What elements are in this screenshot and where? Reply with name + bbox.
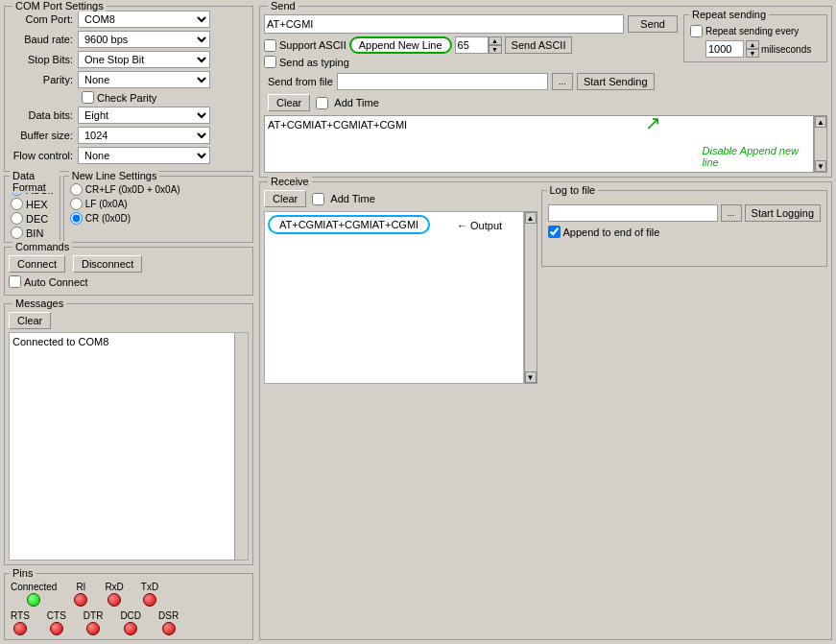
lf-radio[interactable]: [70, 198, 83, 210]
connect-button[interactable]: Connect: [9, 255, 65, 273]
new-line-settings-title: New Line Settings: [69, 170, 160, 181]
crlf-radio[interactable]: [70, 183, 83, 196]
check-parity-checkbox[interactable]: [82, 91, 94, 104]
check-parity-label: Check Parity: [97, 92, 156, 104]
commands-title: Commands: [12, 241, 72, 252]
pin-txd-led: [143, 593, 156, 607]
dec-radio[interactable]: [11, 212, 23, 225]
pin-rts-label: RTS: [11, 610, 30, 621]
send-scroll-down[interactable]: ▼: [815, 160, 826, 172]
data-bits-label: Data bits:: [9, 109, 78, 121]
pin-dsr-label: DSR: [158, 610, 179, 621]
send-title: Send: [268, 0, 299, 12]
buffer-size-select[interactable]: 1024: [78, 127, 210, 144]
pin-txd-label: TxD: [141, 582, 158, 592]
auto-connect-label: Auto Connect: [24, 276, 88, 288]
ascii-value-down[interactable]: ▼: [489, 45, 502, 54]
send-from-file-label: Send from file: [268, 76, 333, 87]
lf-label: LF (0x0A): [85, 199, 128, 209]
pin-cts-label: CTS: [47, 610, 66, 621]
pin-ri-led: [74, 593, 87, 607]
receive-add-time-label: Add Time: [330, 193, 374, 204]
send-scrollbar[interactable]: ▲ ▼: [814, 115, 827, 173]
repeat-sending-checkbox[interactable]: [690, 25, 703, 37]
pin-ri-label: RI: [76, 582, 85, 592]
append-to-end-label: Append to end of file: [563, 227, 660, 238]
repeat-sending-label: Repeat sending every: [705, 26, 799, 36]
parity-label: Parity:: [9, 74, 78, 85]
buffer-size-label: Buffer size:: [9, 130, 78, 141]
pin-connected-led: [27, 593, 40, 607]
send-input[interactable]: [264, 14, 624, 34]
support-ascii-label: Support ASCII: [279, 39, 346, 51]
com-port-label: Com Port:: [9, 13, 78, 25]
baud-rate-select[interactable]: 9600 bps: [78, 31, 210, 48]
messages-scrollbar[interactable]: [234, 333, 248, 560]
send-ascii-button[interactable]: Send ASCII: [505, 36, 573, 54]
receive-scroll-up[interactable]: ▲: [525, 212, 537, 224]
cr-radio[interactable]: [70, 212, 83, 225]
send-as-typing-checkbox[interactable]: [264, 56, 276, 68]
repeat-sending-title: Repeat sending: [689, 9, 769, 20]
receive-scrollbar[interactable]: ▲ ▼: [524, 211, 537, 384]
pin-connected-label: Connected: [11, 582, 57, 592]
receive-clear-button[interactable]: Clear: [264, 190, 306, 207]
hex-radio[interactable]: [11, 198, 23, 210]
append-to-end-checkbox[interactable]: [548, 226, 561, 238]
flow-control-label: Flow control:: [9, 150, 78, 161]
support-ascii-checkbox[interactable]: [264, 39, 276, 52]
log-file-input[interactable]: [548, 204, 718, 222]
pins-title: Pins: [10, 567, 36, 579]
send-add-time-checkbox[interactable]: [316, 97, 328, 109]
messages-clear-button[interactable]: Clear: [9, 312, 51, 329]
ascii-value-input[interactable]: [455, 36, 489, 54]
receive-add-time-checkbox[interactable]: [312, 193, 324, 205]
pin-dcd-label: DCD: [120, 610, 141, 621]
bin-radio[interactable]: [11, 227, 23, 239]
log-file-browse-button[interactable]: ...: [721, 204, 742, 222]
pin-rxd-led: [107, 593, 121, 607]
start-sending-button[interactable]: Start Sending: [577, 73, 655, 90]
send-scroll-up[interactable]: ▲: [815, 116, 826, 128]
com-port-select[interactable]: COM8: [78, 11, 210, 28]
pin-dcd-led: [124, 622, 137, 635]
send-file-browse-button[interactable]: ...: [552, 73, 573, 90]
miliseconds-label: miliseconds: [761, 44, 811, 55]
pin-dsr-led: [162, 622, 176, 635]
pin-dtr-led: [86, 622, 100, 635]
dec-label: DEC: [26, 213, 48, 225]
receive-scroll-down[interactable]: ▼: [525, 371, 537, 383]
data-format-title: Data Format: [10, 170, 60, 193]
crlf-label: CR+LF (0x0D + 0x0A): [85, 184, 180, 195]
ascii-value-up[interactable]: ▲: [489, 36, 502, 45]
send-add-time-label: Add Time: [334, 97, 378, 108]
send-file-input[interactable]: [337, 73, 548, 90]
receive-output-text: AT+CGMIAT+CGMIAT+CGMI: [279, 219, 418, 230]
stop-bits-label: Stop Bits:: [9, 54, 78, 65]
output-label: ← Output: [457, 220, 502, 231]
parity-select[interactable]: None: [78, 71, 210, 88]
pin-rxd-label: RxD: [105, 582, 123, 592]
send-clear-button[interactable]: Clear: [268, 94, 310, 111]
send-button[interactable]: Send: [628, 15, 678, 33]
disable-annotation: Disable Append newline ↗: [703, 145, 800, 168]
com-port-settings-title: COM Port Settings: [12, 0, 107, 12]
append-new-line-button[interactable]: Append New Line: [349, 36, 452, 54]
repeat-value-input[interactable]: [705, 40, 744, 58]
hex-label: HEX: [26, 199, 48, 210]
send-body-text: AT+CGMIAT+CGMIAT+CGMI: [268, 119, 407, 131]
receive-output-oval: AT+CGMIAT+CGMIAT+CGMI: [268, 215, 430, 234]
start-logging-button[interactable]: Start Logging: [745, 204, 821, 222]
pin-rts-led: [13, 622, 27, 635]
repeat-value-up[interactable]: ▲: [746, 40, 759, 49]
baud-rate-label: Baud rate:: [9, 34, 78, 45]
pin-dtr-label: DTR: [84, 610, 104, 621]
data-bits-select[interactable]: Eight: [78, 107, 210, 124]
auto-connect-checkbox[interactable]: [9, 275, 21, 288]
repeat-value-down[interactable]: ▼: [746, 49, 759, 58]
messages-title: Messages: [12, 298, 66, 309]
flow-control-select[interactable]: None: [78, 147, 210, 164]
cr-label: CR (0x0D): [85, 213, 131, 224]
stop-bits-select[interactable]: One Stop Bit: [78, 51, 210, 68]
disconnect-button[interactable]: Disconnect: [73, 255, 142, 273]
